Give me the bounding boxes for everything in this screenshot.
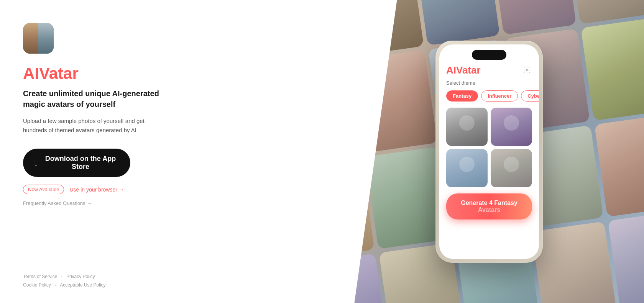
phone-screen: AIVatar Select theme: Fantasy <box>439 44 539 259</box>
phone-app-title: AIVatar <box>446 64 481 76</box>
bg-avatar <box>415 0 500 45</box>
phone-avatar-1 <box>446 108 488 146</box>
acceptable-use-link[interactable]: Acceptable Use Policy <box>60 282 105 288</box>
theme-cyber-button[interactable]: Cyber <box>521 90 539 102</box>
footer-links: Terms of Service • Privacy Policy Cookie… <box>23 266 345 288</box>
download-label: Download on the App Store <box>42 155 119 171</box>
phone-avatar-grid <box>446 108 532 187</box>
theme-fantasy-button[interactable]: Fantasy <box>446 90 478 102</box>
app-tagline: Create unlimited unique AI-generated mag… <box>23 88 161 110</box>
svg-point-0 <box>526 69 528 71</box>
app-description: Upload a few sample photos of yourself a… <box>23 116 165 135</box>
theme-buttons: Fantasy Influencer Cyber <box>446 90 532 102</box>
phone-avatar-2 <box>491 108 532 146</box>
phone-subtitle: Select theme: <box>446 80 532 86</box>
left-panel: AIVatar Create unlimited unique AI-gener… <box>0 0 345 303</box>
footer-row-2: Cookie Policy • Acceptable Use Policy <box>23 282 345 288</box>
faq-link[interactable]: Frequently Asked Questions → <box>23 200 345 206</box>
phone-mockup: AIVatar Select theme: Fantasy <box>435 41 543 263</box>
terms-link[interactable]: Terms of Service <box>23 274 57 279</box>
phone-avatar-3 <box>446 149 488 187</box>
download-appstore-button[interactable]:  Download on the App Store <box>23 149 130 177</box>
footer-row-1: Terms of Service • Privacy Policy <box>23 274 345 279</box>
bg-avatar <box>594 114 644 217</box>
apple-icon:  <box>34 159 38 167</box>
phone-frame: AIVatar Select theme: Fantasy <box>435 41 543 263</box>
cookie-link[interactable]: Cookie Policy <box>23 282 51 288</box>
browser-link[interactable]: Use in your browser → <box>69 187 124 193</box>
gear-icon[interactable] <box>522 65 532 75</box>
phone-content: AIVatar Select theme: Fantasy <box>439 44 539 226</box>
theme-influencer-button[interactable]: Influencer <box>481 90 518 102</box>
bg-avatar <box>581 18 644 120</box>
phone-notch <box>472 50 506 60</box>
bg-avatar <box>491 0 576 34</box>
phone-avatar-4 <box>491 149 532 187</box>
bg-avatar <box>532 221 617 303</box>
generate-glow <box>455 204 524 216</box>
app-title: AIVatar <box>23 64 345 83</box>
phone-header: AIVatar <box>446 64 532 76</box>
privacy-link[interactable]: Privacy Policy <box>66 274 95 279</box>
availability-row: Now Available Use in your browser → <box>23 185 345 194</box>
right-panel: AIVatar Select theme: Fantasy <box>345 0 644 303</box>
now-available-badge: Now Available <box>23 185 64 194</box>
app-icon <box>23 23 54 54</box>
